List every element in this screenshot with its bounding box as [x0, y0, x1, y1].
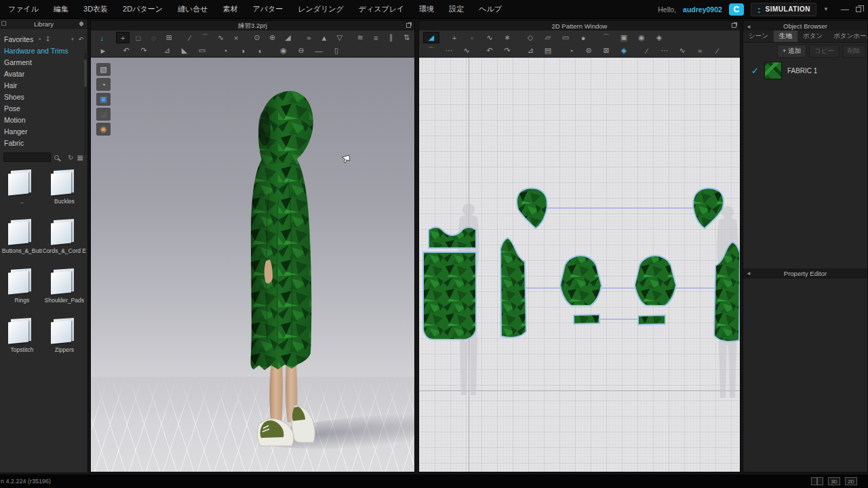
pin-icon[interactable] [79, 21, 84, 26]
library-scrollbar[interactable] [84, 53, 87, 155]
library-item-garment[interactable]: Garment [0, 56, 87, 68]
snap-icon[interactable]: ◈ [616, 45, 632, 56]
restore-button[interactable] [856, 7, 861, 12]
menu-item-item[interactable]: 縫い合せ [178, 4, 208, 14]
menu-item-item[interactable]: ディスプレイ [359, 4, 405, 14]
select-move-icon[interactable]: + [116, 32, 130, 43]
fabric-row[interactable]: ✓FABRIC 1 [743, 59, 867, 82]
simulation-button[interactable]: ⌄⌄ SIMULATION [751, 3, 816, 16]
folder-rings[interactable]: Rings [1, 269, 43, 304]
select-box-icon[interactable]: □ [131, 32, 145, 43]
notch-icon[interactable]: ∕ [709, 45, 726, 56]
library-item-avatar[interactable]: Avatar [0, 68, 87, 79]
split-view-button[interactable] [811, 477, 823, 485]
fold-right-icon[interactable]: ↷ [499, 45, 515, 56]
avatar-3d[interactable] [91, 58, 414, 472]
steam-icon[interactable]: ≡ [369, 32, 383, 43]
garment-3d[interactable] [251, 91, 313, 370]
fabric-swatch[interactable] [764, 62, 782, 79]
measure-tape-icon[interactable]: ◑ [235, 45, 251, 56]
garment-open-icon[interactable]: ▽ [332, 32, 347, 43]
viewport-3d-canvas[interactable]: ▧◔▣◪◉ [91, 58, 414, 472]
library-item-hardware-and-trims[interactable]: Hardware and Trims [0, 45, 87, 56]
garment-pair-icon[interactable]: ▲ [317, 32, 332, 43]
menu-item-2d[interactable]: 2Dパターン [123, 4, 163, 14]
folder-buckles[interactable]: Buckles [43, 170, 86, 205]
view-3d-button[interactable]: 3D [828, 477, 840, 485]
action-item[interactable]: + 追加 [777, 45, 806, 58]
tab-item[interactable]: ボタン [797, 30, 828, 42]
tab-item[interactable]: 生地 [774, 30, 797, 42]
show-avatar-icon[interactable]: ◔ [96, 78, 111, 91]
menu-item-item[interactable]: レンダリング [298, 4, 344, 14]
internal-circle-icon[interactable]: ◉ [633, 32, 650, 43]
library-item-pose[interactable]: Pose [0, 102, 87, 114]
avatar-tape-icon[interactable]: ◔ [217, 45, 233, 56]
view-2d-button[interactable]: 2D [845, 477, 857, 485]
library-item-fabric[interactable]: Fabric [0, 137, 87, 148]
tab-item[interactable]: ボタンホール [828, 30, 867, 42]
steam-up-icon[interactable]: ≋ [353, 32, 368, 43]
edit-curve-icon[interactable]: ∿ [481, 32, 498, 43]
show-arrangement-icon[interactable]: ◪ [96, 108, 111, 121]
folder-item[interactable]: .. [1, 170, 43, 205]
dart-icon[interactable]: ◈ [651, 32, 667, 43]
folder-buttons-butt[interactable]: Buttons_&_Butt [1, 220, 43, 254]
history-icon[interactable]: ◔ [37, 36, 41, 43]
fold-left-icon[interactable]: ↶ [481, 45, 498, 56]
menu-item-item[interactable]: 設定 [449, 4, 464, 14]
menu-item-item[interactable]: 素材 [222, 4, 237, 14]
username-link[interactable]: audrey0902 [683, 5, 722, 14]
arrange-right-icon[interactable]: ↷ [136, 45, 152, 56]
internal-rect-icon[interactable]: ▣ [616, 32, 632, 43]
menu-item-item[interactable]: 環境 [419, 4, 434, 14]
show-garment-icon[interactable]: ▧ [96, 63, 111, 76]
polygon-icon[interactable]: ▱ [540, 32, 556, 43]
sew-free-icon[interactable]: ⋯ [441, 45, 457, 56]
trace-icon[interactable]: ◇ [522, 32, 538, 43]
collapse-icon[interactable]: ◄ [746, 24, 751, 30]
simulate-icon[interactable]: ↓ [95, 32, 109, 43]
minimize-button[interactable]: — [841, 5, 849, 14]
baste-icon[interactable]: ⋯ [656, 45, 673, 56]
clo-logo-icon[interactable]: C [729, 3, 744, 16]
folder-topstitch[interactable]: Topstitch [1, 319, 43, 353]
back-icon[interactable]: ↶ [78, 36, 83, 43]
fold-icon[interactable]: ◣ [176, 45, 193, 56]
avatar-pattern-icon[interactable]: ◔ [563, 45, 579, 56]
tab-item[interactable]: シーン [743, 30, 774, 42]
menu-item-item[interactable]: アバター [252, 4, 283, 14]
menu-item-item[interactable]: ヘルプ [479, 4, 502, 14]
wave-icon[interactable]: ∿ [674, 45, 690, 56]
popout-icon[interactable] [732, 23, 736, 28]
refresh-icon[interactable]: ↻ [68, 154, 73, 161]
zipper-icon[interactable]: ▯ [328, 45, 344, 56]
popout-icon[interactable] [406, 23, 411, 28]
add-point-icon[interactable]: ∗ [499, 32, 515, 43]
tack-icon[interactable]: ⊕ [265, 32, 279, 43]
walk-motion-icon[interactable]: ► [95, 45, 111, 56]
transform-gizmo-icon[interactable]: ⊞ [162, 32, 176, 43]
curve-measure-icon[interactable]: ≈ [692, 45, 708, 56]
rectangle-icon[interactable]: ▭ [557, 32, 574, 43]
pattern-pieces[interactable] [419, 58, 740, 472]
select-lasso-icon[interactable]: ◌ [146, 32, 161, 43]
shirt-icon[interactable]: ▤ [540, 45, 556, 56]
collapse-icon[interactable]: ◄ [746, 270, 751, 277]
show-skin-icon[interactable]: ◉ [96, 123, 111, 136]
pattern-2d-canvas[interactable] [419, 58, 740, 472]
edit-point-icon[interactable]: ◦ [464, 32, 480, 43]
folder-cords-cord-e[interactable]: Cords_&_Cord E [43, 220, 86, 254]
circle-icon[interactable]: ● [575, 32, 591, 43]
action-item[interactable]: 削除 [842, 45, 866, 58]
wind-icon[interactable]: ≈ [302, 32, 316, 43]
flatten-icon[interactable]: ⊿ [159, 45, 175, 56]
pin-icon[interactable]: ⊙ [250, 32, 264, 43]
menu-item-item[interactable]: ファイル [8, 4, 39, 14]
buttonhole-icon[interactable]: ⊖ [293, 45, 309, 56]
iron-icon[interactable]: ⊿ [522, 45, 538, 56]
arrange-left-icon[interactable]: ↶ [118, 45, 134, 56]
sew-segment-icon[interactable]: ⌒ [423, 45, 439, 56]
menu-item-item[interactable]: 編集 [54, 4, 68, 14]
seam-taping-icon[interactable]: — [311, 45, 327, 56]
